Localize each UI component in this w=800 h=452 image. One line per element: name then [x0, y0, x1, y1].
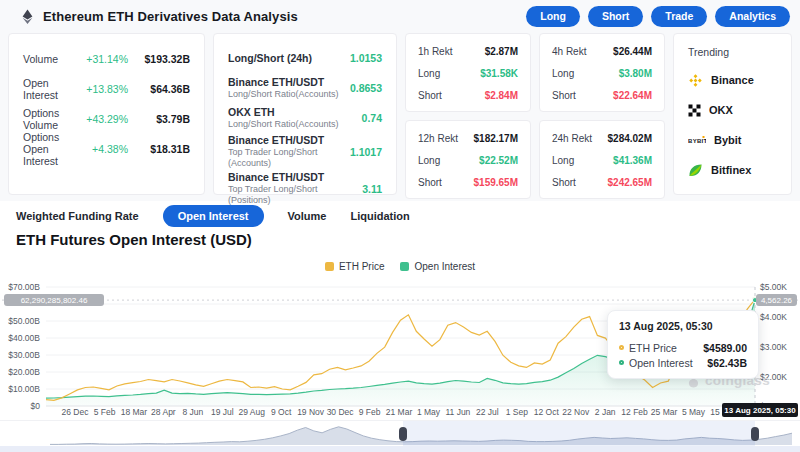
rekt-total: $284.02M [608, 133, 652, 144]
svg-text:62,290,285,802.46: 62,290,285,802.46 [21, 296, 88, 305]
ratio-row: Long/Short (24h) 1.0153 [228, 44, 382, 72]
svg-text:11 Jun: 11 Jun [445, 407, 470, 417]
rekt-long-label: Long [418, 68, 480, 79]
chart-navigator[interactable] [0, 420, 800, 446]
svg-text:5 May: 5 May [682, 407, 706, 417]
stat-value: $18.31B [128, 143, 190, 155]
svg-text:1 May: 1 May [417, 407, 441, 417]
trending-item-okx[interactable]: OKX [688, 102, 777, 118]
stat-label: Options Open Interest [23, 131, 72, 167]
stat-value: $3.79B [128, 113, 190, 125]
stat-value: $193.32B [128, 53, 190, 65]
svg-text:12 Feb: 12 Feb [621, 407, 648, 417]
ratio-name: Binance ETH/USDT [228, 76, 344, 89]
rekt-period: 12h Rekt [418, 133, 474, 144]
rekt-short-value: $2.84M [485, 90, 518, 101]
rekt-long-label: Long [552, 155, 613, 166]
trending-card: Trending Binance OKX BYBIT [673, 33, 792, 195]
svg-text:12 Oct: 12 Oct [534, 407, 560, 417]
svg-text:BYBIT: BYBIT [688, 138, 706, 144]
rekt-total: $182.17M [474, 133, 518, 144]
long-button[interactable]: Long [526, 6, 580, 27]
volume-stats-card: Volume +31.14% $193.32B Open Interest +1… [8, 33, 205, 195]
chart-legend: ETH Price Open Interest [0, 261, 800, 272]
svg-text:9 Oct: 9 Oct [271, 407, 292, 417]
svg-text:1 Sep: 1 Sep [506, 407, 528, 417]
trade-button[interactable]: Trade [651, 6, 707, 27]
stat-row-options-volume: Options Volume +43.29% $3.79B [23, 110, 190, 128]
ratio-subtitle: Long/Short Ratio(Accounts) [228, 119, 356, 130]
tooltip-row-open-interest: Open Interest $62.43B [619, 355, 747, 370]
header-buttons: Long Short Trade Analytics [526, 6, 790, 27]
svg-text:26 Dec: 26 Dec [62, 407, 90, 417]
rekt-long-value: $3.80M [619, 68, 652, 79]
svg-text:$40.00B: $40.00B [8, 333, 40, 343]
svg-text:21 Mar: 21 Mar [386, 407, 413, 417]
rekt-period: 4h Rekt [552, 46, 613, 57]
svg-text:22 Jul: 22 Jul [476, 407, 499, 417]
ratio-value: 0.74 [362, 112, 382, 124]
trending-title: Trending [688, 46, 777, 58]
stat-label: Volume [23, 53, 72, 65]
svg-text:$5.00K: $5.00K [760, 282, 787, 292]
trending-item-bitfinex[interactable]: Bitfinex [688, 162, 777, 178]
svg-text:2 Jan: 2 Jan [595, 407, 616, 417]
svg-text:$3.00K: $3.00K [760, 342, 787, 352]
tab-liquidation[interactable]: Liquidation [350, 210, 409, 222]
page-title: Ethereum ETH Derivatives Data Analysis [43, 9, 298, 24]
ratio-row: OKX ETH Long/Short Ratio(Accounts) 0.74 [228, 104, 382, 132]
rekt-long-label: Long [552, 68, 619, 79]
rekt-long-value: $22.52M [479, 155, 518, 166]
rekt-short-label: Short [418, 177, 474, 188]
rekt-long-value: $41.36M [613, 155, 652, 166]
tooltip-series-value: $62.43B [707, 357, 747, 369]
ratio-name: Long/Short (24h) [228, 52, 344, 65]
rekt-period: 24h Rekt [552, 133, 608, 144]
rekt-card-24h: 24h Rekt$284.02M Long$41.36M Short$242.6… [539, 120, 665, 199]
ratio-row: Binance ETH/USDT Top Trader Long/Short (… [228, 134, 382, 169]
tab-volume[interactable]: Volume [288, 210, 327, 222]
trending-item-binance[interactable]: Binance [688, 72, 777, 88]
bybit-icon: BYBIT [688, 135, 706, 145]
svg-text:$50.00B: $50.00B [8, 316, 40, 326]
navigator-selection [403, 421, 755, 447]
navigator-svg [0, 421, 800, 447]
rekt-short-value: $159.65M [474, 177, 518, 188]
rekt-short-value: $242.65M [608, 177, 652, 188]
rekt-cards-grid: 1h Rekt$2.87M Long$31.58K Short$2.84M 4h… [405, 33, 665, 195]
tab-weighted-funding-rate[interactable]: Weighted Funding Rate [16, 210, 139, 222]
rekt-card-12h: 12h Rekt$182.17M Long$22.52M Short$159.6… [405, 120, 531, 199]
navigator-handle-right [751, 427, 759, 441]
legend-eth-price[interactable]: ETH Price [325, 261, 385, 272]
svg-text:$20.00B: $20.00B [8, 367, 40, 377]
trending-name: Bybit [714, 134, 742, 146]
ratio-name: Binance ETH/USDT [228, 171, 356, 184]
trending-item-bybit[interactable]: BYBIT Bybit [688, 132, 777, 148]
bitfinex-icon [688, 163, 703, 178]
trending-name: Bitfinex [711, 164, 751, 176]
chart-tooltip: 13 Aug 2025, 05:30 ETH Price $4589.00 Op… [607, 310, 759, 379]
svg-text:18 Mar: 18 Mar [121, 407, 148, 417]
svg-text:$0: $0 [31, 401, 41, 411]
rekt-period: 1h Rekt [418, 46, 485, 57]
tooltip-row-eth-price: ETH Price $4589.00 [619, 340, 747, 355]
stat-row-open-interest: Open Interest +13.83% $64.36B [23, 80, 190, 98]
legend-open-interest[interactable]: Open Interest [400, 261, 475, 272]
stat-change: +43.29% [72, 113, 128, 125]
short-button[interactable]: Short [588, 6, 643, 27]
stat-value: $64.36B [128, 83, 190, 95]
tooltip-series-name: Open Interest [629, 357, 702, 369]
ratio-row: Binance ETH/USDT Long/Short Ratio(Accoun… [228, 74, 382, 102]
ratio-row: Binance ETH/USDT Top Trader Long/Short (… [228, 171, 382, 206]
svg-text:$4.00K: $4.00K [760, 312, 787, 322]
svg-text:$30.00B: $30.00B [8, 350, 40, 360]
svg-text:4,562.26: 4,562.26 [761, 296, 793, 305]
analytics-button[interactable]: Analytics [715, 6, 790, 27]
svg-text:$10.00B: $10.00B [8, 384, 40, 394]
dashboard: Ethereum ETH Derivatives Data Analysis L… [0, 0, 800, 452]
navigator-scrollbar[interactable] [0, 446, 800, 452]
stat-change: +31.14% [72, 53, 128, 65]
tab-open-interest[interactable]: Open Interest [163, 205, 264, 227]
svg-text:28 Apr: 28 Apr [151, 407, 176, 417]
trending-name: Binance [711, 74, 754, 86]
